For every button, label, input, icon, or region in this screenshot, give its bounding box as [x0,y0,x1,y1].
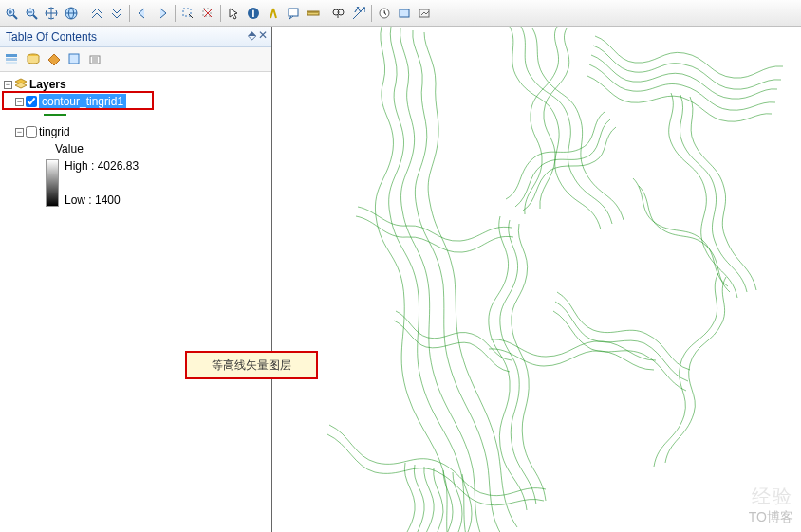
zoom-out-icon[interactable] [22,4,41,23]
select-features-icon[interactable] [178,4,197,23]
contour-symbol[interactable] [44,114,66,116]
list-by-source-icon[interactable] [24,50,43,69]
hyperlink-icon[interactable] [264,4,283,23]
layer-checkbox[interactable] [26,126,37,138]
watermark-logo: 经验 [752,484,793,509]
pointer-icon[interactable] [224,4,243,23]
low-value: Low : 1400 [65,193,139,207]
layer-checkbox[interactable] [26,96,37,107]
toc-toolbar [0,47,271,72]
fixed-zoom-out-icon[interactable] [107,4,126,23]
svg-marker-27 [48,54,60,65]
list-by-visibility-icon[interactable] [45,50,64,69]
value-label: Value [55,142,84,156]
collapse-icon[interactable]: − [4,81,12,89]
measure-icon[interactable] [304,4,323,23]
fixed-zoom-in-icon[interactable] [87,4,106,23]
svg-line-5 [33,15,37,19]
svg-text:XY: XY [354,7,365,15]
layers-icon [14,78,28,91]
toolbar-options-icon[interactable] [415,4,434,23]
map-view[interactable] [272,27,801,532]
back-extent-icon[interactable] [133,4,152,23]
close-icon[interactable]: ✕ [258,28,268,42]
raster-gradient-symbol[interactable] [46,159,59,207]
layer-label-selected: contour_tingrid1 [39,94,126,109]
zoom-in-icon[interactable] [2,4,21,23]
layer-label: tingrid [39,125,70,138]
list-by-drawing-order-icon[interactable] [3,50,22,69]
clear-selection-icon[interactable] [198,4,217,23]
svg-rect-24 [6,58,17,61]
svg-text:i: i [251,7,254,20]
svg-rect-21 [400,9,409,17]
list-by-selection-icon[interactable] [65,50,84,69]
pan-icon[interactable] [42,4,61,23]
identify-icon[interactable]: i [244,4,263,23]
root-label: Layers [29,78,66,91]
svg-rect-25 [6,62,17,64]
main-toolbar: i XY [0,0,801,27]
contour-lines [272,27,801,532]
toc-title: Table Of Contents [6,30,97,44]
high-value: High : 4026.83 [65,159,139,173]
layer-tree: − Layers − contour_tingrid1 − tingrid Va… [0,72,271,211]
find-icon[interactable] [329,4,348,23]
svg-marker-31 [15,83,27,88]
time-slider-icon[interactable] [375,4,394,23]
svg-rect-28 [69,54,79,64]
collapse-icon[interactable]: − [15,98,24,106]
forward-extent-icon[interactable] [153,4,172,23]
watermark-text: TO博客 [749,509,793,526]
svg-line-1 [13,15,17,19]
options-icon[interactable] [86,50,105,69]
toc-panel: Table Of Contents ⬘ ✕ − Layers − contour… [0,27,272,532]
annotation-text: 等高线矢量图层 [212,358,291,374]
svg-rect-14 [289,9,298,16]
create-viewer-icon[interactable] [395,4,414,23]
layer-tingrid[interactable]: − tingrid [2,123,270,140]
toc-title-bar: Table Of Contents ⬘ ✕ [0,27,271,47]
html-popup-icon[interactable] [284,4,303,23]
layer-contour[interactable]: − contour_tingrid1 [2,93,270,110]
pin-icon[interactable]: ⬘ [248,28,256,42]
value-label-row: Value [2,140,270,157]
svg-rect-23 [6,54,17,57]
full-extent-icon[interactable] [62,4,81,23]
tree-root[interactable]: − Layers [2,76,270,93]
goto-xy-icon[interactable]: XY [349,4,368,23]
annotation-callout: 等高线矢量图层 [185,351,318,379]
collapse-icon[interactable]: − [15,128,24,137]
